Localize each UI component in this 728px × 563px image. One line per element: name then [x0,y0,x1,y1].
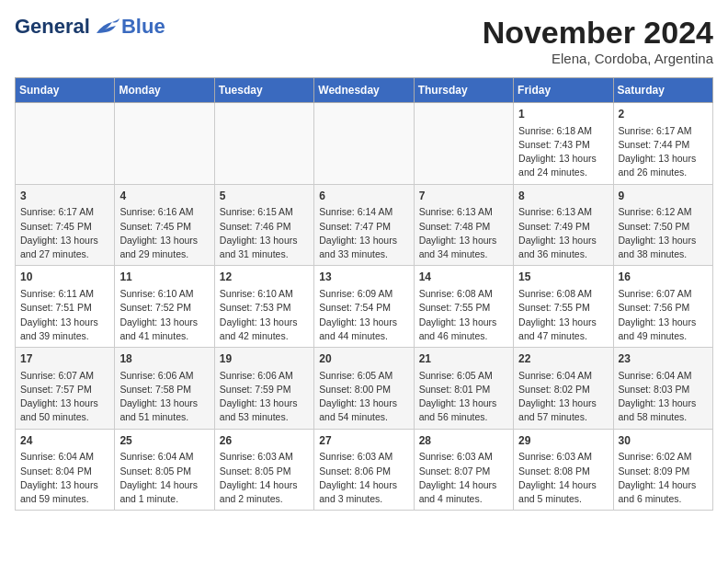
day-info: Sunrise: 6:12 AM Sunset: 7:50 PM Dayligh… [619,205,708,261]
day-info: Sunrise: 6:09 AM Sunset: 7:54 PM Dayligh… [319,287,408,343]
col-tuesday: Tuesday [214,78,313,103]
day-info: Sunrise: 6:04 AM Sunset: 8:02 PM Dayligh… [518,369,608,425]
day-info: Sunrise: 6:03 AM Sunset: 8:06 PM Dayligh… [319,450,408,506]
day-number: 20 [319,351,408,367]
day-info: Sunrise: 6:07 AM Sunset: 7:56 PM Dayligh… [619,287,708,343]
calendar-day [314,103,414,185]
col-thursday: Thursday [414,78,513,103]
day-number: 26 [220,433,309,449]
day-number: 19 [220,351,309,367]
calendar-day: 21Sunrise: 6:05 AM Sunset: 8:01 PM Dayli… [414,348,513,430]
day-number: 15 [518,270,608,285]
day-info: Sunrise: 6:05 AM Sunset: 8:01 PM Dayligh… [419,369,508,425]
logo-general: General [15,15,90,39]
day-info: Sunrise: 6:10 AM Sunset: 7:53 PM Dayligh… [220,287,309,343]
calendar-day [16,103,115,185]
day-info: Sunrise: 6:16 AM Sunset: 7:45 PM Dayligh… [119,205,209,261]
day-info: Sunrise: 6:17 AM Sunset: 7:45 PM Dayligh… [20,205,109,261]
day-info: Sunrise: 6:03 AM Sunset: 8:08 PM Dayligh… [518,450,608,506]
calendar-day: 16Sunrise: 6:07 AM Sunset: 7:56 PM Dayli… [613,266,712,348]
day-number: 27 [319,433,408,449]
day-number: 7 [419,189,508,204]
day-info: Sunrise: 6:13 AM Sunset: 7:48 PM Dayligh… [419,205,508,261]
calendar-header-row: Sunday Monday Tuesday Wednesday Thursday… [16,78,713,103]
day-number: 1 [518,107,608,122]
calendar-day: 6Sunrise: 6:14 AM Sunset: 7:47 PM Daylig… [314,184,414,266]
month-title: November 2024 [483,15,713,51]
day-number: 22 [518,351,608,367]
calendar-day: 18Sunrise: 6:06 AM Sunset: 7:58 PM Dayli… [115,348,214,430]
day-number: 13 [319,270,408,285]
day-number: 8 [518,189,608,204]
day-info: Sunrise: 6:10 AM Sunset: 7:52 PM Dayligh… [119,287,209,343]
calendar-day: 9Sunrise: 6:12 AM Sunset: 7:50 PM Daylig… [613,184,712,266]
calendar-week-3: 10Sunrise: 6:11 AM Sunset: 7:51 PM Dayli… [16,266,713,348]
calendar-day [115,103,214,185]
calendar-day: 22Sunrise: 6:04 AM Sunset: 8:02 PM Dayli… [514,348,613,430]
col-wednesday: Wednesday [314,78,414,103]
calendar-week-5: 24Sunrise: 6:04 AM Sunset: 8:04 PM Dayli… [16,429,713,511]
logo-bird-icon [92,17,119,37]
day-number: 18 [119,351,209,367]
day-number: 14 [419,270,508,285]
calendar-day [414,103,513,185]
day-info: Sunrise: 6:14 AM Sunset: 7:47 PM Dayligh… [319,205,408,261]
col-monday: Monday [115,78,214,103]
col-saturday: Saturday [613,78,712,103]
day-info: Sunrise: 6:13 AM Sunset: 7:49 PM Dayligh… [518,205,608,261]
day-info: Sunrise: 6:17 AM Sunset: 7:44 PM Dayligh… [619,124,708,180]
calendar-day: 23Sunrise: 6:04 AM Sunset: 8:03 PM Dayli… [613,348,712,430]
day-number: 16 [619,270,708,285]
day-info: Sunrise: 6:06 AM Sunset: 7:59 PM Dayligh… [220,369,309,425]
day-number: 4 [119,189,209,204]
day-info: Sunrise: 6:08 AM Sunset: 7:55 PM Dayligh… [518,287,608,343]
calendar-week-2: 3Sunrise: 6:17 AM Sunset: 7:45 PM Daylig… [16,184,713,266]
calendar-day: 12Sunrise: 6:10 AM Sunset: 7:53 PM Dayli… [214,266,313,348]
col-sunday: Sunday [16,78,115,103]
calendar-day: 28Sunrise: 6:03 AM Sunset: 8:07 PM Dayli… [414,429,513,511]
logo: General Blue [15,15,165,39]
calendar-day: 17Sunrise: 6:07 AM Sunset: 7:57 PM Dayli… [16,348,115,430]
day-info: Sunrise: 6:18 AM Sunset: 7:43 PM Dayligh… [518,124,608,180]
calendar-day: 11Sunrise: 6:10 AM Sunset: 7:52 PM Dayli… [115,266,214,348]
day-number: 24 [20,433,109,449]
day-info: Sunrise: 6:02 AM Sunset: 8:09 PM Dayligh… [619,450,708,506]
calendar-day: 26Sunrise: 6:03 AM Sunset: 8:05 PM Dayli… [214,429,313,511]
calendar-day: 1Sunrise: 6:18 AM Sunset: 7:43 PM Daylig… [514,103,613,185]
location-subtitle: Elena, Cordoba, Argentina [483,51,713,66]
col-friday: Friday [514,78,613,103]
page-header: General Blue November 2024 Elena, Cordob… [15,15,713,66]
calendar-day: 15Sunrise: 6:08 AM Sunset: 7:55 PM Dayli… [514,266,613,348]
day-info: Sunrise: 6:08 AM Sunset: 7:55 PM Dayligh… [419,287,508,343]
calendar-day: 5Sunrise: 6:15 AM Sunset: 7:46 PM Daylig… [214,184,313,266]
calendar-day [214,103,313,185]
calendar-day: 4Sunrise: 6:16 AM Sunset: 7:45 PM Daylig… [115,184,214,266]
day-info: Sunrise: 6:05 AM Sunset: 8:00 PM Dayligh… [319,369,408,425]
day-number: 29 [518,433,608,449]
day-number: 3 [20,189,109,204]
day-info: Sunrise: 6:04 AM Sunset: 8:03 PM Dayligh… [619,369,708,425]
day-info: Sunrise: 6:06 AM Sunset: 7:58 PM Dayligh… [119,369,209,425]
logo-blue: Blue [121,15,165,39]
calendar-table: Sunday Monday Tuesday Wednesday Thursday… [15,77,713,511]
day-number: 30 [619,433,708,449]
day-number: 28 [419,433,508,449]
day-number: 9 [619,189,708,204]
calendar-day: 8Sunrise: 6:13 AM Sunset: 7:49 PM Daylig… [514,184,613,266]
day-info: Sunrise: 6:04 AM Sunset: 8:05 PM Dayligh… [119,450,209,506]
calendar-day: 27Sunrise: 6:03 AM Sunset: 8:06 PM Dayli… [314,429,414,511]
day-info: Sunrise: 6:15 AM Sunset: 7:46 PM Dayligh… [220,205,309,261]
day-number: 12 [220,270,309,285]
calendar-day: 14Sunrise: 6:08 AM Sunset: 7:55 PM Dayli… [414,266,513,348]
day-number: 10 [20,270,109,285]
calendar-day: 20Sunrise: 6:05 AM Sunset: 8:00 PM Dayli… [314,348,414,430]
day-number: 21 [419,351,508,367]
day-number: 5 [220,189,309,204]
day-info: Sunrise: 6:07 AM Sunset: 7:57 PM Dayligh… [20,369,109,425]
calendar-day: 2Sunrise: 6:17 AM Sunset: 7:44 PM Daylig… [613,103,712,185]
day-number: 23 [619,351,708,367]
day-number: 2 [619,107,708,122]
calendar-day: 19Sunrise: 6:06 AM Sunset: 7:59 PM Dayli… [214,348,313,430]
calendar-day: 30Sunrise: 6:02 AM Sunset: 8:09 PM Dayli… [613,429,712,511]
calendar-day: 29Sunrise: 6:03 AM Sunset: 8:08 PM Dayli… [514,429,613,511]
